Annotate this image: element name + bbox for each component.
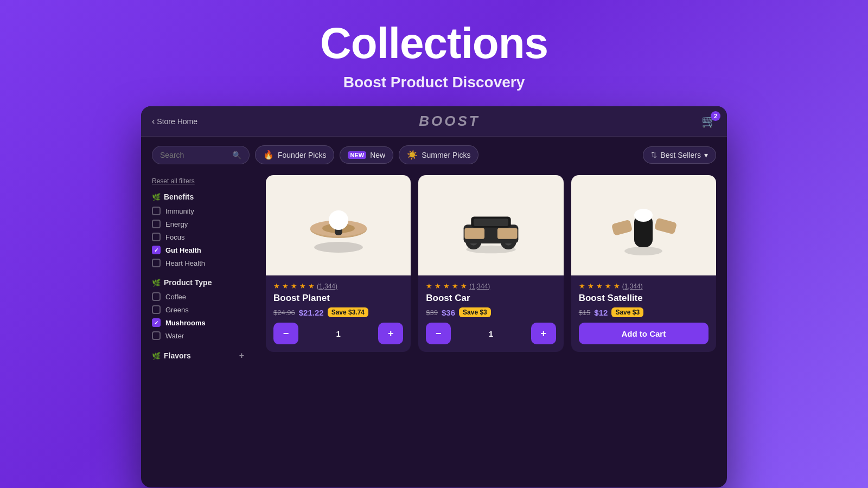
add-to-cart-button-boost-satellite[interactable]: Add to Cart bbox=[579, 323, 709, 344]
search-input[interactable] bbox=[160, 151, 228, 159]
increase-qty-boost-planet[interactable]: + bbox=[378, 323, 403, 344]
search-icon: 🔍 bbox=[232, 151, 241, 159]
svg-rect-16 bbox=[464, 228, 484, 239]
sort-label: Best Sellers bbox=[660, 151, 701, 159]
save-badge-boost-car: Save $3 bbox=[459, 307, 491, 317]
chip-new[interactable]: NEW New bbox=[340, 146, 393, 164]
product-info-boost-satellite: ★ ★ ★ ★ ★ (1,344) Boost Satellite $15 $1… bbox=[571, 275, 716, 352]
star-1: ★ bbox=[579, 282, 585, 290]
flavors-add-button[interactable]: + bbox=[239, 351, 244, 361]
product-name-boost-planet: Boost Planet bbox=[273, 293, 403, 304]
gut-health-checkbox[interactable]: ✓ bbox=[152, 246, 161, 254]
focus-checkbox[interactable] bbox=[152, 233, 161, 241]
price-row-boost-planet: $24.96 $21.22 Save $3.74 bbox=[273, 307, 403, 317]
sale-price-boost-car: $36 bbox=[442, 308, 455, 317]
filter-item-heart-health[interactable]: Heart Health bbox=[152, 259, 244, 267]
flavors-section-title: 🌿 Flavors + bbox=[152, 351, 244, 361]
increase-qty-boost-car[interactable]: + bbox=[531, 323, 556, 344]
boost-car-image bbox=[453, 196, 529, 255]
filter-item-water[interactable]: Water bbox=[152, 331, 244, 340]
star-1: ★ bbox=[273, 282, 280, 290]
mushrooms-checkbox[interactable]: ✓ bbox=[152, 318, 161, 327]
heart-health-label: Heart Health bbox=[165, 259, 205, 267]
product-type-section-title: 🌿 Product Type bbox=[152, 278, 244, 287]
product-type-label: Product Type bbox=[164, 278, 212, 287]
chip-summer-picks[interactable]: ☀️ Summer Picks bbox=[399, 145, 478, 164]
original-price-boost-planet: $24.96 bbox=[273, 309, 295, 317]
star-5: ★ bbox=[461, 282, 467, 290]
cart-button[interactable]: 🛒 2 bbox=[701, 114, 716, 129]
svg-point-18 bbox=[624, 247, 662, 255]
review-count-boost-planet[interactable]: (1,344) bbox=[317, 282, 337, 290]
top-nav: ‹ Store Home BOOST 🛒 2 bbox=[141, 106, 727, 137]
filter-item-energy[interactable]: Energy bbox=[152, 220, 244, 228]
coffee-checkbox[interactable] bbox=[152, 292, 161, 301]
flavors-label: Flavors bbox=[164, 351, 191, 360]
app-window: ‹ Store Home BOOST 🛒 2 🔍 🔥 Founder Picks… bbox=[141, 106, 727, 487]
founder-picks-icon: 🔥 bbox=[263, 150, 274, 160]
cart-badge: 2 bbox=[711, 111, 720, 121]
qty-row-boost-planet: − 1 + bbox=[273, 323, 403, 344]
star-1: ★ bbox=[426, 282, 432, 290]
immunity-checkbox[interactable] bbox=[152, 207, 161, 215]
boost-planet-image bbox=[303, 190, 374, 261]
focus-label: Focus bbox=[165, 233, 184, 241]
filter-item-coffee[interactable]: Coffee bbox=[152, 292, 244, 301]
filter-item-greens[interactable]: Greens bbox=[152, 305, 244, 314]
filter-item-mushrooms[interactable]: ✓ Mushrooms bbox=[152, 318, 244, 327]
star-3: ★ bbox=[291, 282, 297, 290]
check-icon-mushrooms: ✓ bbox=[154, 320, 158, 326]
main-content: Reset all filters 🌿 Benefits Immunity En… bbox=[141, 173, 727, 487]
review-count-boost-satellite[interactable]: (1,344) bbox=[622, 282, 643, 290]
filter-item-immunity[interactable]: Immunity bbox=[152, 207, 244, 215]
filter-item-focus[interactable]: Focus bbox=[152, 233, 244, 241]
star-2: ★ bbox=[435, 282, 441, 290]
coffee-label: Coffee bbox=[165, 293, 186, 301]
product-card-boost-satellite: ★ ★ ★ ★ ★ (1,344) Boost Satellite $15 $1… bbox=[571, 175, 716, 352]
product-type-icon: 🌿 bbox=[152, 279, 161, 287]
boost-satellite-image bbox=[608, 190, 679, 261]
svg-rect-19 bbox=[611, 219, 633, 235]
product-info-boost-car: ★ ★ ★ ★ ★ (1,344) Boost Car $39 $36 Save… bbox=[418, 275, 563, 352]
svg-rect-20 bbox=[654, 217, 677, 234]
svg-point-23 bbox=[637, 210, 646, 217]
star-3: ★ bbox=[596, 282, 603, 290]
review-count-boost-car[interactable]: (1,344) bbox=[469, 282, 490, 290]
sort-icon: ⇅ bbox=[651, 151, 657, 159]
original-price-boost-car: $39 bbox=[426, 309, 438, 317]
brand-logo: BOOST bbox=[419, 113, 480, 130]
new-icon: NEW bbox=[348, 151, 366, 159]
svg-rect-17 bbox=[497, 228, 518, 239]
chip-summer-picks-label: Summer Picks bbox=[422, 151, 470, 159]
products-grid: ★ ★ ★ ★ ★ (1,344) Boost Planet $24.96 $2… bbox=[255, 173, 727, 487]
mushrooms-label: Mushrooms bbox=[165, 319, 206, 327]
greens-label: Greens bbox=[165, 306, 189, 314]
search-box[interactable]: 🔍 bbox=[152, 146, 250, 164]
reset-filters-link[interactable]: Reset all filters bbox=[152, 177, 244, 185]
filter-item-gut-health[interactable]: ✓ Gut Health bbox=[152, 246, 244, 254]
qty-display-boost-car: 1 bbox=[451, 329, 531, 338]
back-link[interactable]: ‹ Store Home bbox=[152, 117, 197, 126]
chip-founder-picks[interactable]: 🔥 Founder Picks bbox=[255, 145, 334, 164]
energy-checkbox[interactable] bbox=[152, 220, 161, 228]
greens-checkbox[interactable] bbox=[152, 305, 161, 314]
product-name-boost-car: Boost Car bbox=[426, 293, 556, 304]
filter-section-benefits: 🌿 Benefits Immunity Energy Focus bbox=[152, 192, 244, 267]
product-name-boost-satellite: Boost Satellite bbox=[579, 293, 709, 304]
flavors-icon: 🌿 bbox=[152, 352, 161, 360]
benefits-label: Benefits bbox=[164, 192, 194, 201]
decrease-qty-boost-planet[interactable]: − bbox=[273, 323, 298, 344]
star-4: ★ bbox=[452, 282, 458, 290]
water-checkbox[interactable] bbox=[152, 331, 161, 340]
stars-row-boost-satellite: ★ ★ ★ ★ ★ (1,344) bbox=[579, 282, 709, 290]
decrease-qty-boost-car[interactable]: − bbox=[426, 323, 451, 344]
price-row-boost-satellite: $15 $12 Save $3 bbox=[579, 307, 709, 317]
qty-row-boost-car: − 1 + bbox=[426, 323, 556, 344]
sale-price-boost-satellite: $12 bbox=[594, 308, 608, 317]
original-price-boost-satellite: $15 bbox=[579, 309, 591, 317]
page-title: Collections bbox=[320, 22, 548, 65]
svg-rect-15 bbox=[474, 219, 508, 226]
heart-health-checkbox[interactable] bbox=[152, 259, 161, 267]
check-icon: ✓ bbox=[154, 247, 158, 253]
sort-button[interactable]: ⇅ Best Sellers ▾ bbox=[643, 146, 716, 164]
